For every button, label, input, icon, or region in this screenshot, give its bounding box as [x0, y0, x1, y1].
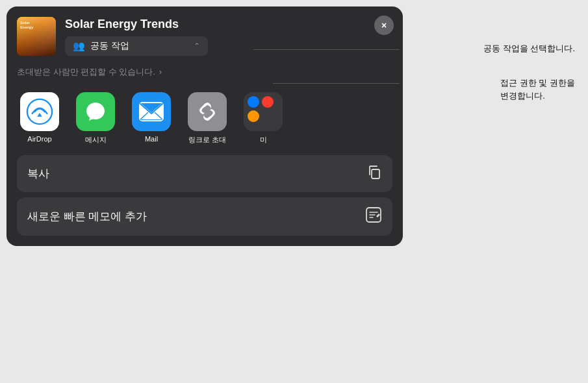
document-title: Solar Energy Trends	[65, 18, 392, 31]
copy-button[interactable]: 복사	[17, 155, 392, 192]
chevron-down-icon: ⌃	[194, 42, 200, 51]
dot-blue	[248, 96, 259, 108]
ann-text-2: 접근 권한 및 권한을 변경합니다.	[500, 77, 575, 102]
close-button[interactable]: ×	[374, 16, 394, 35]
messages-icon-bg	[76, 92, 115, 131]
quicknote-label: 새로운 빠른 메모에 추가	[27, 209, 147, 224]
dot-red	[262, 96, 274, 108]
app-airdrop[interactable]: AirDrop	[17, 92, 62, 145]
people-icon: 👥	[73, 40, 85, 52]
copy-icon	[366, 164, 382, 183]
more-dots-row1	[248, 96, 274, 108]
app-mail[interactable]: Mail	[129, 92, 174, 145]
airdrop-svg	[26, 98, 53, 125]
link-icon-bg	[188, 92, 227, 131]
permission-row[interactable]: 초대받은 사람만 편집할 수 있습니다. ›	[6, 64, 403, 87]
messages-label: 메시지	[85, 135, 107, 145]
copy-label: 복사	[27, 166, 49, 181]
action-buttons: 복사 새로운 빠른 메모에 추가	[6, 155, 403, 236]
dot-orange	[248, 110, 259, 122]
app-link[interactable]: 링크로 초대	[185, 92, 230, 145]
app-more[interactable]: 미	[240, 92, 286, 145]
messages-svg	[84, 100, 107, 123]
airdrop-icon-bg	[20, 92, 59, 131]
header-info: Solar Energy Trends 👥 공동 작업 ⌃	[65, 18, 392, 56]
svg-rect-5	[372, 169, 379, 179]
apps-row: AirDrop 메시지	[6, 87, 403, 155]
mail-icon-bg	[132, 92, 171, 131]
link-svg	[196, 100, 219, 123]
permission-arrow-icon: ›	[159, 68, 162, 77]
airdrop-label: AirDrop	[27, 135, 51, 143]
mail-label: Mail	[145, 135, 158, 143]
link-label: 링크로 초대	[188, 135, 226, 145]
quicknote-button[interactable]: 새로운 빠른 메모에 추가	[17, 197, 392, 236]
collab-label: 공동 작업	[90, 40, 190, 52]
svg-point-0	[27, 99, 52, 124]
permission-text: 초대받은 사람만 편집할 수 있습니다.	[17, 66, 155, 78]
collab-dropdown[interactable]: 👥 공동 작업 ⌃	[65, 36, 208, 56]
close-icon: ×	[381, 21, 387, 30]
panel-header: SolarEnergy Solar Energy Trends 👥 공동 작업 …	[6, 6, 403, 64]
more-dots-row2	[248, 110, 259, 122]
share-panel: SolarEnergy Solar Energy Trends 👥 공동 작업 …	[6, 6, 403, 246]
ann-text-1: 공동 작업을 선택합니다.	[483, 42, 575, 55]
mail-svg	[139, 102, 164, 121]
more-icon-bg	[244, 92, 283, 131]
document-thumbnail: SolarEnergy	[17, 17, 56, 56]
quicknote-icon	[365, 206, 382, 227]
app-messages[interactable]: 메시지	[73, 92, 118, 145]
more-label: 미	[260, 135, 267, 145]
